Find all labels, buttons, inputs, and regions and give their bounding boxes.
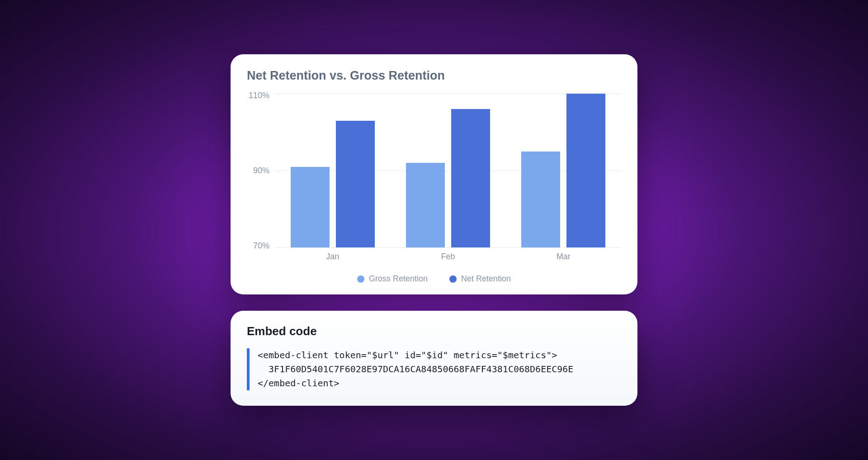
embed-title: Embed code xyxy=(247,324,621,338)
bar-group-jan xyxy=(275,94,390,247)
code-accent-bar xyxy=(247,348,250,390)
bars-layer xyxy=(275,94,621,247)
bar-mar-net[interactable] xyxy=(566,94,605,247)
legend-item-net-retention[interactable]: Net Retention xyxy=(449,274,511,284)
bar-jan-gross[interactable] xyxy=(291,167,330,248)
legend-label: Gross Retention xyxy=(369,274,428,284)
chart-card: Net Retention vs. Gross Retention 110% 9… xyxy=(231,54,637,294)
bar-feb-gross[interactable] xyxy=(406,163,445,247)
legend-item-gross-retention[interactable]: Gross Retention xyxy=(357,274,428,284)
code-line-1: <embed-client token="$url" id="$id" metr… xyxy=(258,350,557,360)
code-line-3: </embed-client> xyxy=(258,378,340,389)
bar-mar-gross[interactable] xyxy=(521,152,560,248)
x-axis: JanFebMar xyxy=(275,252,621,261)
chart-title: Net Retention vs. Gross Retention xyxy=(247,69,621,83)
bar-group-feb xyxy=(390,94,505,247)
y-axis: 110% 90% 70% xyxy=(247,94,275,247)
embed-code-block: <embed-client token="$url" id="$id" metr… xyxy=(247,348,621,390)
legend-dot-icon xyxy=(449,275,457,283)
x-tick-feb: Feb xyxy=(390,252,505,261)
gridline-bottom xyxy=(275,247,621,248)
bar-feb-net[interactable] xyxy=(451,109,490,247)
chart-plot xyxy=(275,94,621,247)
embed-card: Embed code <embed-client token="$url" id… xyxy=(231,311,637,406)
x-tick-mar: Mar xyxy=(506,252,621,261)
chart-legend: Gross RetentionNet Retention xyxy=(247,274,621,284)
bar-jan-net[interactable] xyxy=(336,121,375,248)
legend-label: Net Retention xyxy=(461,274,511,284)
bar-group-mar xyxy=(506,94,621,247)
code-line-2: 3F1F60D5401C7F6028E97DCA16CA84850668FAFF… xyxy=(258,364,573,375)
x-tick-jan: Jan xyxy=(275,252,390,261)
embed-code-text[interactable]: <embed-client token="$url" id="$id" metr… xyxy=(258,348,573,390)
chart-area: 110% 90% 70% xyxy=(247,94,621,247)
legend-dot-icon xyxy=(357,275,364,283)
